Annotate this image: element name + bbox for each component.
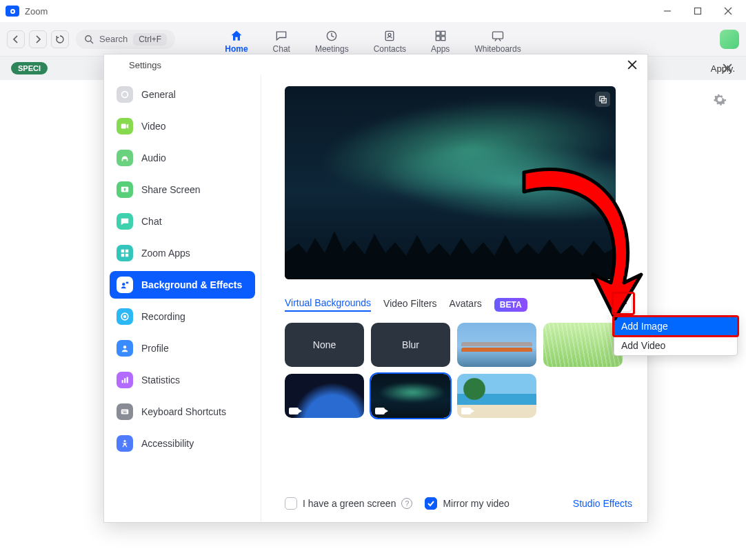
green-screen-checkbox[interactable]: I have a green screen ? xyxy=(285,497,412,510)
add-background-menu: Add Image Add Video xyxy=(614,316,738,356)
svg-rect-35 xyxy=(121,410,129,414)
svg-rect-37 xyxy=(124,410,125,411)
svg-rect-12 xyxy=(441,37,445,41)
sidebar-item-label: Keyboard Shortcuts xyxy=(141,406,226,417)
sidebar-item-label: Zoom Apps xyxy=(141,248,190,259)
subtab-avatars[interactable]: Avatars xyxy=(450,298,482,311)
sidebar-item-chat[interactable]: Chat xyxy=(110,208,255,235)
menu-item-add-video[interactable]: Add Video xyxy=(614,336,737,355)
chat-icon xyxy=(117,213,133,230)
svg-rect-26 xyxy=(125,254,128,257)
beta-badge: BETA xyxy=(494,298,527,312)
background-thumb-none[interactable]: None xyxy=(285,323,364,367)
apps-icon xyxy=(434,29,447,43)
svg-rect-1 xyxy=(695,8,701,14)
tab-home[interactable]: Home xyxy=(225,29,248,57)
svg-rect-11 xyxy=(436,37,440,41)
svg-point-30 xyxy=(123,315,126,318)
svg-point-4 xyxy=(85,35,91,41)
sidebar-item-general[interactable]: General xyxy=(110,81,255,108)
sidebar-item-background-effects[interactable]: Background & Effects xyxy=(110,271,255,299)
tab-apps[interactable]: Apps xyxy=(431,29,450,57)
apps-icon xyxy=(117,245,133,261)
keyboard-icon xyxy=(117,403,133,420)
chat-icon xyxy=(274,29,288,43)
checkbox-unchecked-icon xyxy=(285,497,297,510)
studio-effects-link[interactable]: Studio Effects xyxy=(573,498,632,509)
sidebar-item-keyboard-shortcuts[interactable]: Keyboard Shortcuts xyxy=(110,398,255,426)
svg-rect-33 xyxy=(124,378,125,383)
window-title: Zoom xyxy=(25,6,48,17)
record-icon xyxy=(117,308,133,325)
sidebar-item-recording[interactable]: Recording xyxy=(110,303,255,330)
settings-sidebar: General Video Audio Share Screen Chat Zo… xyxy=(104,75,261,522)
svg-line-5 xyxy=(90,41,93,43)
sidebar-item-profile[interactable]: Profile xyxy=(110,334,255,362)
sidebar-item-label: Recording xyxy=(141,311,185,322)
mirror-video-checkbox[interactable]: Mirror my video xyxy=(425,497,509,510)
subtab-virtual-backgrounds[interactable]: Virtual Backgrounds xyxy=(285,297,371,312)
svg-rect-24 xyxy=(125,250,128,252)
settings-gear-button[interactable] xyxy=(713,92,727,108)
banner-close-button[interactable] xyxy=(717,57,738,80)
enlarge-icon[interactable] xyxy=(595,92,610,107)
search-input[interactable]: Search Ctrl+F xyxy=(76,30,175,49)
svg-rect-21 xyxy=(121,124,126,129)
search-kbd-hint: Ctrl+F xyxy=(133,33,167,46)
sidebar-item-label: Statistics xyxy=(141,374,180,386)
video-icon xyxy=(289,408,299,414)
svg-rect-36 xyxy=(123,410,123,411)
sidebar-item-video[interactable]: Video xyxy=(110,112,255,140)
clock-icon xyxy=(325,29,339,43)
plus-icon xyxy=(618,299,628,308)
background-thumb-bridge[interactable] xyxy=(457,323,536,367)
checkbox-checked-icon xyxy=(425,497,437,510)
profile-icon xyxy=(117,340,133,357)
help-icon[interactable]: ? xyxy=(401,498,412,509)
sidebar-item-audio[interactable]: Audio xyxy=(110,144,255,172)
add-background-button[interactable] xyxy=(614,294,632,312)
nav-forward-button[interactable] xyxy=(29,30,47,48)
tab-meetings[interactable]: Meetings xyxy=(315,29,349,57)
sidebar-item-label: Background & Effects xyxy=(141,279,242,290)
svg-rect-34 xyxy=(127,377,128,383)
svg-rect-25 xyxy=(121,254,124,257)
window-minimize-button[interactable] xyxy=(652,1,683,21)
sidebar-item-zoom-apps[interactable]: Zoom Apps xyxy=(110,239,255,267)
background-thumb-earth[interactable] xyxy=(285,374,364,418)
svg-rect-9 xyxy=(436,31,440,35)
window-close-button[interactable] xyxy=(713,1,743,21)
titlebar: Zoom xyxy=(0,0,746,22)
tab-chat[interactable]: Chat xyxy=(273,29,290,57)
tab-whiteboards[interactable]: Whiteboards xyxy=(474,29,521,57)
svg-point-27 xyxy=(122,283,125,286)
background-thumb-blur[interactable]: Blur xyxy=(371,323,450,367)
sidebar-item-statistics[interactable]: Statistics xyxy=(110,366,255,394)
window-maximize-button[interactable] xyxy=(683,1,713,21)
home-icon xyxy=(230,29,243,43)
whiteboard-icon xyxy=(491,29,505,43)
background-thumb-grass[interactable] xyxy=(543,323,623,367)
sidebar-item-accessibility[interactable]: Accessibility xyxy=(110,430,255,457)
svg-point-31 xyxy=(123,346,126,348)
svg-rect-13 xyxy=(493,32,503,39)
tab-contacts[interactable]: Contacts xyxy=(374,29,406,57)
sidebar-item-share-screen[interactable]: Share Screen xyxy=(110,176,255,203)
subtab-video-filters[interactable]: Video Filters xyxy=(383,298,437,311)
settings-close-button[interactable] xyxy=(624,57,641,73)
avatar[interactable] xyxy=(720,30,739,49)
background-thumb-aurora[interactable] xyxy=(371,374,450,418)
green-screen-label: I have a green screen xyxy=(303,498,396,509)
svg-point-20 xyxy=(122,92,128,98)
svg-rect-28 xyxy=(126,282,129,284)
background-thumb-beach[interactable] xyxy=(457,374,536,418)
svg-rect-10 xyxy=(441,31,445,35)
sidebar-item-label: Share Screen xyxy=(141,184,201,195)
nav-history-button[interactable] xyxy=(51,30,69,48)
menu-item-add-image[interactable]: Add Image xyxy=(614,317,737,336)
video-icon xyxy=(461,408,471,414)
nav-back-button[interactable] xyxy=(7,30,25,48)
zoom-appicon xyxy=(6,6,19,17)
main-toolbar: Search Ctrl+F Home Chat Meetings Contact… xyxy=(0,22,746,57)
background-thumbnail-grid: None Blur xyxy=(285,323,623,418)
